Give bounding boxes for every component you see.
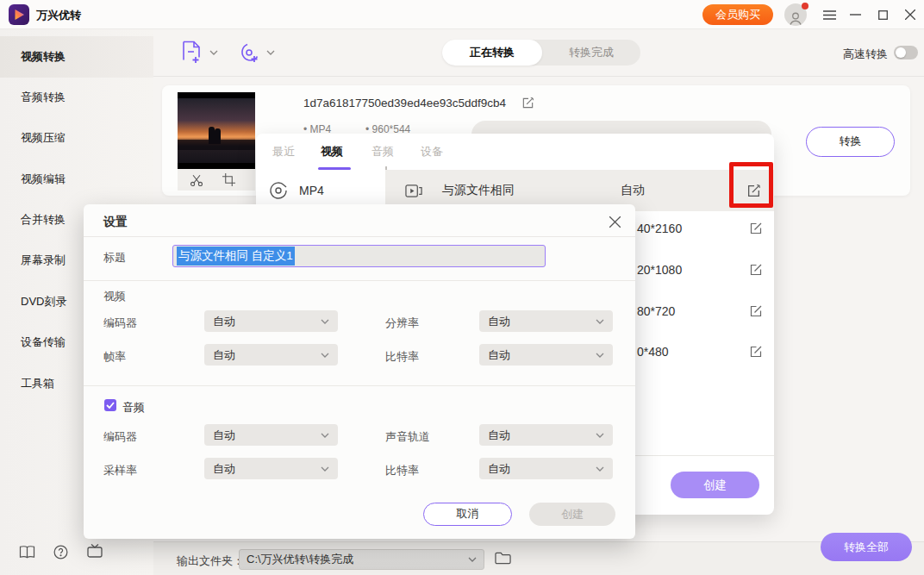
audio-track-label: 声音轨道	[385, 429, 430, 445]
chevron-down-icon	[321, 319, 329, 324]
maximize-button[interactable]	[875, 7, 890, 22]
edit-resolution-2160-icon[interactable]	[749, 222, 763, 235]
format-row-quality: 自动	[621, 183, 645, 198]
resolution-row-2160[interactable]: 40*2160	[637, 222, 682, 235]
selected-text: 与源文件相同 自定义1	[177, 247, 295, 266]
video-resolution-label: 分辨率	[385, 316, 419, 331]
format-item-label: MP4	[299, 184, 324, 197]
output-folder-label: 输出文件夹：	[177, 553, 244, 569]
output-folder-select[interactable]: C:\万兴优转\转换完成	[239, 549, 484, 570]
chevron-down-icon	[596, 319, 604, 324]
dialog-create-button[interactable]: 创建	[529, 503, 615, 526]
edit-resolution-1080-icon[interactable]	[749, 263, 763, 277]
highspeed-label: 高速转换	[827, 47, 888, 62]
file-name: 1d7a61817750ed39ed4ee93c5ddf9cb4	[303, 97, 506, 109]
buy-membership-button[interactable]: 会员购买	[702, 4, 773, 25]
resolution-row-1080[interactable]: 20*1080	[637, 263, 682, 277]
convert-tabs: 正在转换 转换完成	[442, 40, 640, 66]
audio-bitrate-label: 比特率	[385, 463, 419, 478]
sidebar-item-audio-convert[interactable]: 音频转换	[0, 77, 153, 118]
dialog-cancel-button[interactable]: 取消	[423, 503, 512, 526]
add-dvd-icon[interactable]	[239, 41, 261, 64]
audio-track-select[interactable]: 自动	[479, 424, 613, 446]
dialog-divider	[84, 236, 635, 237]
tab-finished[interactable]: 转换完成	[542, 40, 640, 66]
add-file-icon[interactable]	[181, 41, 203, 64]
audio-encoder-label: 编码器	[103, 429, 137, 445]
output-bar: 输出文件夹： C:\万兴优转\转换完成	[153, 541, 924, 575]
convert-button[interactable]: 转换	[806, 127, 895, 157]
panel-create-button[interactable]: 创建	[671, 472, 759, 498]
audio-section-label: 音频	[122, 400, 145, 416]
output-folder-path: C:\万兴优转\转换完成	[247, 552, 353, 567]
video-framerate-select[interactable]: 自动	[204, 344, 338, 366]
active-tab-underline	[318, 167, 351, 170]
app-logo-icon	[9, 4, 29, 25]
audio-checkbox[interactable]	[104, 399, 116, 411]
chevron-down-icon	[596, 353, 604, 358]
crop-icon[interactable]	[222, 173, 235, 186]
video-section-label: 视频	[103, 289, 126, 304]
chevron-down-icon	[321, 433, 329, 438]
app-window: 万兴优转 会员购买 视频转换 音频转换 视频压缩 视频编辑 合并转换 屏幕录制 …	[0, 0, 924, 575]
edit-resolution-480-icon[interactable]	[749, 345, 763, 359]
panel-tab-video[interactable]: 视频	[321, 144, 343, 159]
panel-tab-device[interactable]: 设备	[421, 144, 443, 159]
edit-resolution-720-icon[interactable]	[749, 304, 763, 318]
add-dvd-chevron-icon[interactable]	[266, 50, 275, 55]
trim-scissors-icon[interactable]	[190, 173, 203, 187]
format-row-label: 与源文件相同	[442, 183, 515, 198]
thumbnail-photo	[178, 98, 255, 163]
chevron-down-icon	[468, 557, 477, 562]
settings-dialog: 设置 标题 与源文件相同 自定义1 视频 编码器 自动 分辨率 自动 帧率 自动…	[84, 204, 635, 539]
sidebar-item-video-convert[interactable]: 视频转换	[0, 36, 153, 78]
toolbar-divider	[153, 76, 924, 77]
sidebar-item-video-compress[interactable]: 视频压缩	[0, 117, 153, 159]
annotation-red-box	[729, 162, 773, 208]
audio-bitrate-select[interactable]: 自动	[479, 458, 613, 479]
close-button[interactable]	[902, 7, 918, 22]
chevron-down-icon	[596, 466, 604, 472]
convert-all-button[interactable]: 转换全部	[821, 533, 912, 561]
video-thumbnail	[178, 92, 255, 169]
add-file-chevron-icon[interactable]	[209, 50, 218, 55]
name-label: 标题	[103, 250, 126, 266]
notification-dot	[802, 3, 808, 9]
video-framerate-label: 帧率	[103, 349, 126, 365]
sidebar-item-video-edit[interactable]: 视频编辑	[0, 159, 153, 200]
menu-icon[interactable]	[821, 7, 837, 22]
thumbnail-toolbar	[178, 169, 255, 191]
video-encoder-label: 编码器	[103, 316, 137, 331]
titlebar: 万兴优转 会员购买	[0, 0, 924, 29]
resolution-row-720[interactable]: 80*720	[637, 304, 675, 318]
chevron-down-icon	[321, 466, 329, 472]
audio-encoder-select[interactable]: 自动	[204, 424, 338, 446]
dialog-close-icon[interactable]	[605, 212, 624, 231]
app-title: 万兴优转	[36, 8, 81, 23]
video-resolution-select[interactable]: 自动	[479, 310, 613, 332]
user-guide-book-icon[interactable]	[19, 545, 35, 559]
tab-converting[interactable]: 正在转换	[442, 40, 542, 66]
video-bitrate-select[interactable]: 自动	[479, 344, 613, 366]
audio-samplerate-select[interactable]: 自动	[204, 458, 338, 479]
resolution-row-480[interactable]: 0*480	[637, 345, 669, 359]
minimize-button[interactable]	[847, 7, 863, 22]
highspeed-toggle[interactable]	[894, 46, 918, 59]
panel-tab-recent[interactable]: 最近	[272, 144, 295, 159]
video-community-icon[interactable]	[87, 543, 103, 558]
dialog-title: 设置	[103, 215, 128, 230]
disc-icon	[268, 180, 289, 201]
panel-tab-audio[interactable]: 音频	[371, 144, 394, 159]
open-folder-icon[interactable]	[495, 551, 511, 565]
dialog-divider3	[84, 385, 635, 386]
chevron-down-icon	[596, 433, 604, 438]
help-icon[interactable]	[53, 545, 68, 559]
audio-samplerate-label: 采样率	[103, 463, 137, 478]
chevron-down-icon	[321, 353, 329, 358]
rename-edit-icon[interactable]	[521, 97, 534, 109]
video-file-icon	[405, 184, 422, 198]
dialog-divider2	[84, 280, 635, 281]
video-bitrate-label: 比特率	[385, 349, 419, 365]
preset-name-input[interactable]: 与源文件相同 自定义1	[172, 245, 546, 267]
video-encoder-select[interactable]: 自动	[204, 310, 338, 332]
